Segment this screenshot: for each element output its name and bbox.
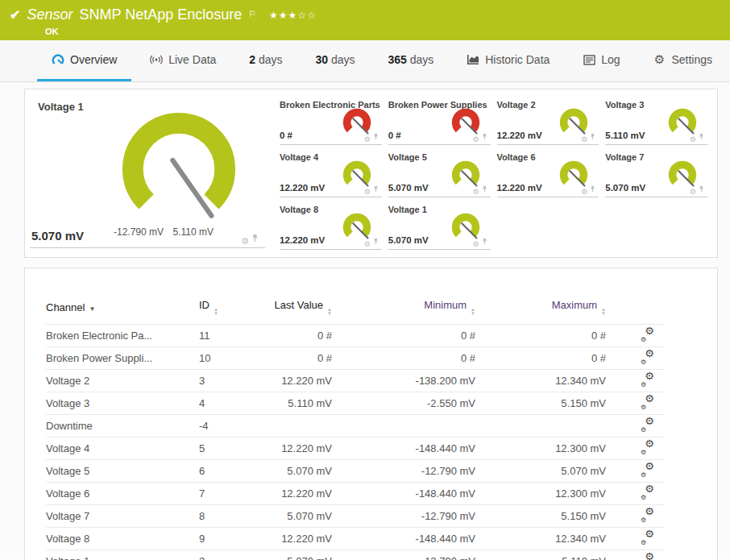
- flag-icon[interactable]: ⚐: [248, 5, 256, 23]
- cell-last-value: 5.070 mV: [272, 550, 332, 560]
- gauge-pin-icon[interactable]: [482, 234, 487, 248]
- cell-minimum: -12.790 mV: [332, 460, 475, 483]
- cell-actions: ⚙⚙: [606, 460, 664, 483]
- table-row-downtime: Downtime-4⚙⚙: [46, 415, 664, 438]
- main-gauge-min: -12.790 mV: [114, 226, 164, 238]
- gauge-settings-gear-icon[interactable]: ⚙: [364, 189, 371, 196]
- cell-minimum: -2.550 mV: [332, 392, 475, 415]
- gauge-settings-gear-icon[interactable]: ⚙: [690, 136, 696, 143]
- cell-channel: Voltage 5: [46, 460, 199, 483]
- chart-icon: [467, 53, 479, 66]
- gauge-pin-icon[interactable]: [482, 129, 487, 143]
- channel-settings-gears-icon[interactable]: ⚙⚙: [641, 532, 654, 544]
- channel-settings-gears-icon[interactable]: ⚙⚙: [641, 351, 654, 363]
- cell-actions: ⚙⚙: [606, 550, 664, 560]
- gauge-pin-icon[interactable]: [590, 129, 595, 143]
- gauge-settings-gear-icon[interactable]: ⚙: [472, 136, 479, 143]
- channel-settings-gears-icon[interactable]: ⚙⚙: [641, 329, 654, 341]
- cell-id: 4: [199, 392, 272, 415]
- gauge-settings-gear-icon[interactable]: ⚙: [690, 189, 696, 196]
- gauge-pin-icon[interactable]: [699, 181, 704, 196]
- tab-label: days: [331, 53, 355, 66]
- cell-last-value: 12.220 mV: [272, 483, 332, 505]
- gauge-settings-gear-icon[interactable]: ⚙: [241, 237, 249, 246]
- status-text: OK: [45, 27, 730, 36]
- gauge-settings-gear-icon[interactable]: ⚙: [472, 189, 479, 196]
- cell-maximum: 0 #: [475, 347, 606, 370]
- gauge-label: Voltage 5: [388, 152, 427, 162]
- tab-live-data[interactable]: Live Data: [135, 40, 230, 81]
- small-gauges-grid: Broken Electronic Parts0 #⚙Broken Power …: [265, 89, 717, 257]
- channel-settings-gears-icon[interactable]: ⚙⚙: [641, 374, 654, 386]
- tab-365-days[interactable]: 365days: [373, 40, 448, 81]
- tab-settings[interactable]: ⚙Settings: [638, 40, 727, 81]
- channel-settings-gears-icon[interactable]: ⚙⚙: [641, 419, 654, 431]
- channel-settings-gears-icon[interactable]: ⚙⚙: [641, 487, 654, 499]
- tab-2-days[interactable]: 2days: [234, 40, 297, 81]
- gauge-pin-icon[interactable]: [590, 181, 595, 196]
- sensor-type-label: Sensor: [27, 6, 73, 23]
- column-header-maximum[interactable]: Maximum▲▼: [475, 297, 606, 325]
- column-header-last-value[interactable]: Last Value▲▼: [272, 297, 332, 325]
- column-header-channel[interactable]: Channel▼: [46, 297, 199, 325]
- gauge-tile-voltage-7: Voltage 75.070 mV⚙: [605, 148, 707, 197]
- tab-number: 30: [315, 53, 328, 66]
- channel-settings-gears-icon[interactable]: ⚙⚙: [641, 396, 654, 409]
- cell-minimum: [332, 415, 475, 438]
- channel-settings-gears-icon[interactable]: ⚙⚙: [641, 509, 654, 521]
- gauge-icon: [52, 53, 64, 66]
- cell-actions: ⚙⚙: [606, 438, 664, 460]
- column-header-label: Maximum: [552, 299, 597, 311]
- column-header-label: Minimum: [424, 299, 467, 311]
- gauges-panel: Voltage 1 -12.790 mV 5.110 mV 5.070 mV ⚙…: [24, 89, 718, 258]
- cell-last-value: [272, 415, 332, 438]
- status-check-icon: ✔: [10, 6, 20, 24]
- column-header-id[interactable]: ID▲▼: [199, 297, 272, 325]
- channel-settings-gears-icon[interactable]: ⚙⚙: [641, 442, 654, 454]
- channel-settings-gears-icon[interactable]: ⚙⚙: [641, 554, 654, 560]
- gauge-pin-icon[interactable]: [251, 231, 259, 246]
- column-header-label: Channel: [46, 301, 85, 313]
- gauge-pin-icon[interactable]: [699, 129, 704, 143]
- gauge-value: 5.070 mV: [388, 183, 429, 193]
- gauge-tile-broken-power-supplies: Broken Power Supplies0 #⚙: [388, 96, 491, 145]
- cell-id: 2: [199, 550, 272, 560]
- tab-log[interactable]: Log: [568, 40, 634, 81]
- column-header-minimum[interactable]: Minimum▲▼: [332, 297, 475, 325]
- gauge-pin-icon[interactable]: [373, 129, 379, 143]
- cell-id: 8: [199, 505, 272, 528]
- priority-stars[interactable]: ★★★☆☆: [269, 6, 317, 24]
- table-row-voltage-4: Voltage 4512.220 mV-148.440 mV12.300 mV⚙…: [46, 438, 664, 460]
- cell-last-value: 12.220 mV: [272, 438, 332, 460]
- gauge-pin-icon[interactable]: [482, 181, 487, 196]
- gauge-label: Voltage 3: [605, 100, 644, 110]
- cell-id: 9: [199, 528, 272, 550]
- tab-historic-data[interactable]: Historic Data: [452, 40, 564, 81]
- gauge-pin-icon[interactable]: [373, 234, 379, 248]
- channel-settings-gears-icon[interactable]: ⚙⚙: [641, 464, 654, 476]
- tab-label: Live Data: [168, 53, 216, 66]
- cell-actions: ⚙⚙: [606, 325, 664, 347]
- gauge-settings-gear-icon[interactable]: ⚙: [364, 241, 371, 248]
- gauge-settings-gear-icon[interactable]: ⚙: [472, 241, 479, 248]
- gauge-settings-gear-icon[interactable]: ⚙: [581, 136, 587, 143]
- sort-desc-icon: ▼: [89, 305, 95, 313]
- tab-overview[interactable]: Overview: [37, 40, 131, 81]
- tab-30-days[interactable]: 30days: [301, 40, 369, 81]
- gauge-settings-gear-icon[interactable]: ⚙: [364, 136, 371, 143]
- cell-actions: ⚙⚙: [606, 370, 664, 392]
- table-row-voltage-7: Voltage 785.070 mV-12.790 mV5.150 mV⚙⚙: [46, 505, 664, 528]
- sort-icon: ▲▼: [601, 308, 606, 316]
- table-row-voltage-2: Voltage 2312.220 mV-138.200 mV12.340 mV⚙…: [46, 370, 664, 392]
- column-header-label: ID: [199, 299, 209, 311]
- gauge-pin-icon[interactable]: [373, 181, 379, 196]
- cell-maximum: 12.340 mV: [475, 528, 606, 550]
- tabbar: OverviewLive Data2days30days365daysHisto…: [0, 40, 730, 82]
- gauge-tile-voltage-4: Voltage 412.220 mV⚙: [280, 148, 382, 197]
- cell-last-value: 5.110 mV: [272, 392, 332, 415]
- cell-id: 5: [199, 438, 272, 460]
- gauge-tile-voltage-2: Voltage 212.220 mV⚙: [497, 96, 599, 145]
- cell-last-value: 0 #: [272, 347, 332, 370]
- gauge-settings-gear-icon[interactable]: ⚙: [581, 189, 587, 196]
- cell-actions: ⚙⚙: [606, 392, 664, 415]
